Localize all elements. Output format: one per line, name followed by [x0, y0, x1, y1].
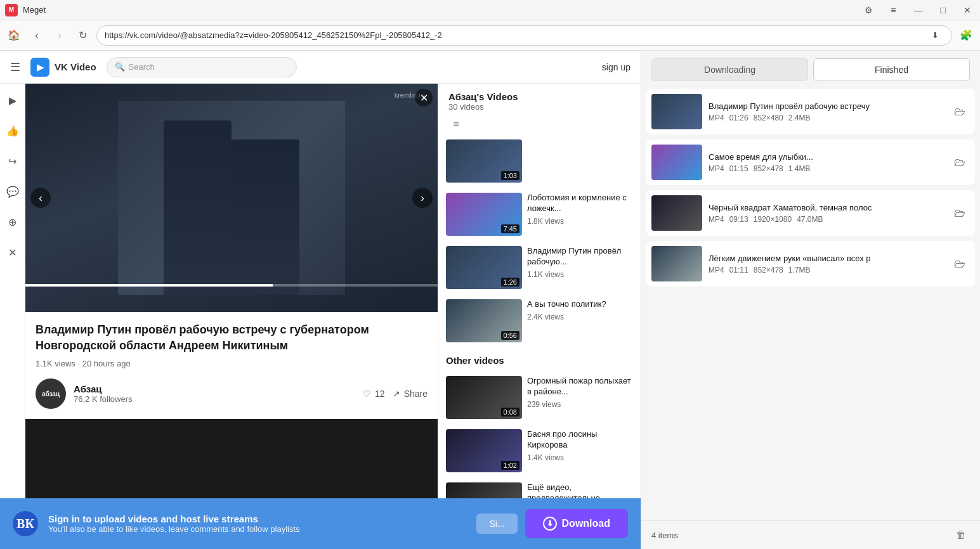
panel-tabs: Downloading Finished: [641, 51, 980, 89]
panel-footer: 4 items 🗑: [641, 520, 980, 549]
video-next-button[interactable]: ›: [412, 188, 433, 208]
channel-video-1[interactable]: 1:03: [438, 134, 641, 188]
dl-format-1: MP4: [709, 113, 724, 122]
signup-link[interactable]: sign up: [602, 62, 630, 72]
video-close-button[interactable]: ✕: [415, 89, 433, 107]
dl-thumb-image: [651, 145, 702, 180]
channel-video-4-thumb: 0:56: [446, 299, 522, 342]
settings-button[interactable]: ⚙: [861, 4, 877, 16]
video-title: Владимир Путин провёл рабочую встречу с …: [36, 322, 428, 354]
url-download-icon[interactable]: ⬇: [926, 27, 944, 44]
dl-save-button-3[interactable]: 🗁: [950, 203, 970, 223]
download-item-2: Самое время для улыбки... MP4 01:15 852×…: [646, 139, 975, 185]
sidebar-comment-icon[interactable]: 💬: [4, 183, 22, 200]
share-button[interactable]: ↗ Share: [393, 389, 428, 399]
related-title: Лоботомия и кормление с ложечк...: [527, 193, 633, 214]
sidebar-more-icon[interactable]: ⊕: [4, 213, 22, 231]
channel-row: абзац Абзац 76.2 K followers ♡ 12: [36, 378, 428, 409]
refresh-button[interactable]: ↻: [74, 27, 91, 44]
hamburger-menu[interactable]: ☰: [10, 60, 20, 74]
channel-video-2-thumb: 7:45: [446, 193, 522, 236]
dl-size-1: 2.4MB: [788, 113, 811, 122]
sidebar-play-icon[interactable]: ▶: [4, 91, 22, 109]
other-videos-title: Other videos: [438, 347, 641, 371]
vk-banner-icon: ВК: [13, 511, 38, 536]
menu-button[interactable]: ≡: [887, 4, 899, 16]
dl-title-1: Владимир Путин провёл рабочую встречу: [709, 101, 943, 111]
other-video-2[interactable]: 1:02 Басня про лосины Киркорова 1.4K vie…: [438, 424, 641, 477]
related-title: А вы точно политик?: [527, 299, 633, 310]
tab-finished[interactable]: Finished: [813, 58, 970, 81]
channel-video-3-thumb: 1:26: [446, 246, 522, 289]
related-count: 30 videos: [448, 102, 630, 112]
video-player[interactable]: kremlin.ru ‹ › ✕: [25, 84, 438, 312]
vk-logo-letter: ▶: [37, 62, 44, 72]
vk-search[interactable]: 🔍 Search: [107, 57, 297, 77]
dl-format-3: MP4: [709, 215, 724, 224]
dl-info-4: Лёгким движением руки «выписал» всех р M…: [709, 254, 943, 274]
maximize-button[interactable]: □: [937, 4, 950, 16]
back-button[interactable]: ‹: [28, 27, 46, 44]
sidebar-close-icon[interactable]: ✕: [4, 243, 22, 261]
channel-video-3[interactable]: 1:26 Владимир Путин провёл рабочую... 1.…: [438, 241, 641, 294]
forward-button[interactable]: ›: [51, 27, 69, 44]
app-icon-letter: M: [9, 6, 14, 13]
thumb-duration: 7:45: [501, 224, 519, 233]
related-title: Владимир Путин провёл рабочую...: [527, 246, 633, 268]
dl-thumb-2: [651, 145, 702, 180]
dl-duration-4: 01:11: [729, 266, 748, 274]
home-button[interactable]: 🏠: [5, 27, 23, 44]
delete-button[interactable]: 🗑: [952, 526, 970, 544]
dl-thumb-image: [651, 195, 702, 231]
thumb-duration: 0:56: [501, 331, 519, 340]
other-video-1[interactable]: 0:08 Огромный пожар полыхает в районе...…: [438, 371, 641, 424]
related-info: Ещё видео, предположительно,... 3.8K vie…: [527, 482, 633, 498]
dl-save-button-4[interactable]: 🗁: [950, 254, 970, 274]
dl-save-button-1[interactable]: 🗁: [950, 101, 970, 122]
like-count: 12: [375, 389, 385, 399]
minimize-button[interactable]: —: [910, 4, 927, 16]
sidebar-like-icon[interactable]: 👍: [4, 122, 22, 139]
channel-video-2[interactable]: 7:45 Лоботомия и кормление с ложечк... 1…: [438, 188, 641, 241]
sidebar-share-icon[interactable]: ↪: [4, 152, 22, 170]
dl-format-4: MP4: [709, 266, 724, 274]
video-time-ago: 20 hours ago: [82, 359, 131, 368]
title-bar-left: M Meget: [5, 4, 46, 16]
channel-followers: 76.2 K followers: [74, 394, 133, 404]
avatar-text: абзац: [42, 391, 60, 397]
other-video-3[interactable]: 0:07 Ещё видео, предположительно,... 3.8…: [438, 477, 641, 498]
dl-thumb-image: [651, 94, 702, 129]
close-button[interactable]: ✕: [960, 4, 975, 16]
banner-sub-text: You'll also be able to like videos, leav…: [48, 524, 300, 534]
main-layout: ☰ ▶ VK Video 🔍 Search sign up ▶ 👍 ↪ 💬 ⊕: [0, 51, 980, 549]
channel-video-4[interactable]: 0:56 А вы точно политик? 2.4K views: [438, 294, 641, 347]
download-main-button[interactable]: ⬇ Download: [525, 509, 628, 538]
video-main-column: kremlin.ru ‹ › ✕ Владимир Путин провёл р…: [25, 84, 438, 498]
video-prev-button[interactable]: ‹: [30, 188, 51, 208]
other-video-1-thumb: 0:08: [446, 376, 522, 419]
url-bar[interactable]: https://vk.com/video/@absatzmedia?z=vide…: [96, 25, 952, 46]
related-sidebar: Абзац's Videos 30 videos ≡ 1:03: [438, 84, 641, 498]
left-sidebar: ▶ 👍 ↪ 💬 ⊕ ✕: [0, 84, 25, 498]
related-views: 1.1K views: [527, 270, 633, 279]
bottom-banner: ВК Sign in to upload videos and host liv…: [0, 498, 641, 549]
app-icon: M: [5, 4, 18, 16]
extensions-button[interactable]: 🧩: [957, 27, 975, 44]
video-placeholder: kremlin.ru: [25, 84, 438, 312]
tab-downloading[interactable]: Downloading: [651, 58, 808, 81]
other-video-2-thumb: 1:02: [446, 429, 522, 472]
dl-resolution-4: 852×478: [754, 266, 783, 274]
channel-avatar[interactable]: абзац: [36, 378, 66, 409]
thumb-duration: 1:26: [501, 278, 519, 287]
vk-header: ☰ ▶ VK Video 🔍 Search sign up: [0, 51, 641, 84]
scroll-up-button[interactable]: ≡: [448, 117, 464, 132]
download-item-3: Чёрный квадрат Хаматовой, тёмная полос M…: [646, 190, 975, 236]
dl-save-button-2[interactable]: 🗁: [950, 152, 970, 172]
browser-bar: 🏠 ‹ › ↻ https://vk.com/video/@absatzmedi…: [0, 20, 980, 51]
related-info: Огромный пожар полыхает в районе... 239 …: [527, 376, 633, 419]
channel-name[interactable]: Абзац: [74, 384, 133, 394]
sign-in-button[interactable]: Si...: [476, 513, 517, 534]
like-button[interactable]: ♡ 12: [363, 389, 385, 399]
title-bar: M Meget ⚙ ≡ — □ ✕: [0, 0, 980, 20]
dl-title-2: Самое время для улыбки...: [709, 152, 943, 162]
